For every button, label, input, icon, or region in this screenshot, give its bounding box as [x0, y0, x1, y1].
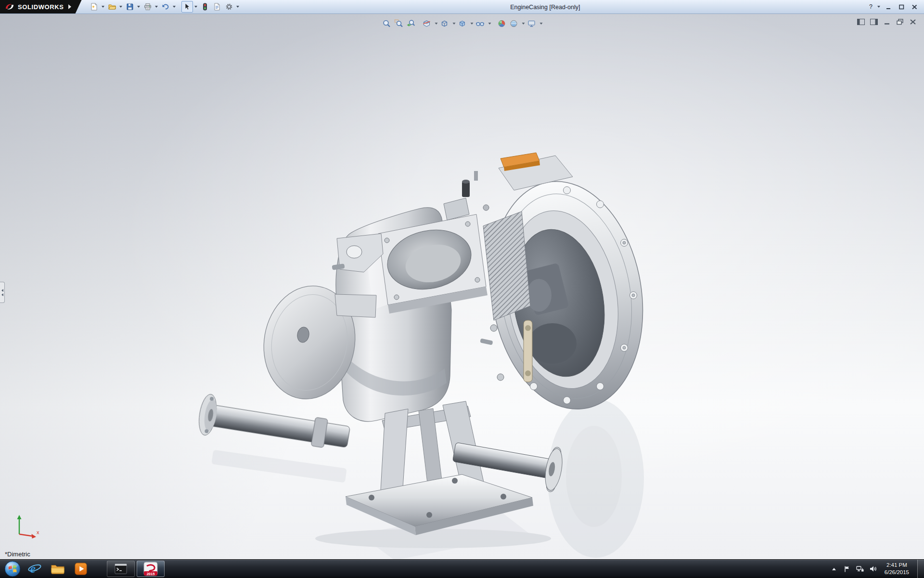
- undo-icon: [162, 3, 169, 11]
- print-icon: [144, 3, 152, 11]
- chevron-left-icon: [1, 293, 3, 296]
- minimize-button[interactable]: [883, 2, 894, 12]
- close-button[interactable]: [909, 2, 920, 12]
- document-restore-button[interactable]: [896, 18, 904, 26]
- previous-view-icon: [407, 19, 415, 28]
- section-view-button[interactable]: [421, 18, 433, 29]
- internet-explorer-icon: e: [27, 561, 42, 577]
- taskbar-clock[interactable]: 2:41 PM 6/26/2015: [882, 562, 912, 576]
- apply-scene-icon: [510, 19, 518, 28]
- zoom-to-area-button[interactable]: [393, 18, 405, 29]
- orientation-triad: x: [12, 514, 41, 542]
- chevron-left-icon: [1, 289, 3, 292]
- options-gear-icon: [225, 3, 233, 11]
- undo-dropdown[interactable]: [172, 1, 177, 13]
- open-dropdown[interactable]: [118, 1, 124, 13]
- solidworks-app-icon: 2015: [143, 562, 158, 576]
- section-view-dropdown[interactable]: [433, 18, 438, 29]
- chevron-down-icon: [470, 23, 473, 25]
- open-button[interactable]: [106, 1, 118, 13]
- print-button[interactable]: [142, 1, 154, 13]
- apply-scene-dropdown[interactable]: [520, 18, 526, 29]
- titlebar-controls: ?: [867, 0, 924, 13]
- engine-casing-model[interactable]: [192, 151, 645, 559]
- chevron-down-icon: [102, 6, 104, 8]
- network-button[interactable]: [856, 563, 864, 575]
- document-minimize-button[interactable]: [883, 18, 891, 26]
- document-minimize-icon: [883, 19, 891, 25]
- clock-time: 2:41 PM: [886, 562, 907, 569]
- view-orientation-dropdown[interactable]: [451, 18, 456, 29]
- new-document-button[interactable]: [89, 1, 100, 13]
- rebuild-button[interactable]: [199, 1, 211, 13]
- pane-toggle-left-button[interactable]: [857, 18, 865, 26]
- maximize-button[interactable]: [896, 2, 907, 12]
- help-button[interactable]: ?: [867, 3, 874, 10]
- graphics-viewport[interactable]: x *Dimetric: [0, 14, 924, 559]
- new-document-dropdown[interactable]: [101, 1, 106, 13]
- apply-scene-button[interactable]: [508, 18, 520, 29]
- solidworks-logo: SOLIDWORKS: [0, 0, 82, 13]
- action-center-button[interactable]: [843, 563, 851, 575]
- taskbar: e: [0, 559, 924, 578]
- solidworks-version-badge: 2015: [147, 572, 155, 576]
- show-hidden-icons-button[interactable]: [830, 563, 838, 575]
- heads-up-view-toolbar: [381, 18, 543, 29]
- document-close-button[interactable]: [909, 18, 917, 26]
- app-name: SOLIDWORKS: [18, 3, 64, 11]
- taskbar-file-explorer[interactable]: [47, 560, 69, 578]
- left-axle-shaft[interactable]: [196, 393, 352, 458]
- view-orientation-button[interactable]: [439, 18, 450, 29]
- file-properties-button[interactable]: [211, 1, 223, 13]
- show-hidden-icons-arrow: [832, 568, 836, 570]
- close-icon: [911, 4, 917, 10]
- chevron-down-icon: [435, 23, 437, 25]
- previous-view-button[interactable]: [405, 18, 417, 29]
- section-hatch-face[interactable]: [483, 211, 530, 320]
- document-close-icon: [909, 19, 917, 25]
- display-style-dropdown[interactable]: [469, 18, 474, 29]
- undo-button[interactable]: [160, 1, 171, 13]
- volume-button[interactable]: [869, 563, 877, 575]
- chevron-down-icon: [137, 6, 140, 8]
- options-button[interactable]: [223, 1, 235, 13]
- chevron-down-icon: [488, 23, 491, 25]
- select-button[interactable]: [181, 1, 193, 13]
- feature-manager-flyout-tab[interactable]: [0, 282, 5, 303]
- taskbar-solidworks[interactable]: 2015: [137, 561, 165, 577]
- taskbar-media-player[interactable]: [70, 560, 92, 578]
- menu-expand-arrow[interactable]: [68, 4, 71, 9]
- zoom-to-area-icon: [395, 19, 403, 28]
- select-dropdown[interactable]: [193, 1, 199, 13]
- clock-date: 6/26/2015: [885, 569, 909, 576]
- view-settings-button[interactable]: [526, 18, 538, 29]
- hide-show-items-button[interactable]: [475, 18, 486, 29]
- hide-show-items-dropdown[interactable]: [487, 18, 492, 29]
- taskbar-internet-explorer[interactable]: e: [24, 560, 46, 578]
- help-dropdown[interactable]: [876, 1, 881, 13]
- pane-toggle-left-icon: [857, 19, 865, 25]
- options-dropdown[interactable]: [235, 1, 241, 13]
- chevron-down-icon: [539, 23, 542, 25]
- edit-appearance-icon: [498, 19, 506, 28]
- solidworks-window: SOLIDWORKS: [0, 0, 924, 578]
- taskbar-command-prompt[interactable]: [107, 561, 135, 577]
- chevron-down-icon: [236, 6, 239, 8]
- pane-toggle-right-button[interactable]: [870, 18, 878, 26]
- start-button[interactable]: [2, 560, 23, 578]
- triad-x-label: x: [37, 529, 39, 535]
- zoom-to-fit-button[interactable]: [381, 18, 393, 29]
- view-settings-dropdown[interactable]: [538, 18, 543, 29]
- show-desktop-button[interactable]: [917, 560, 924, 578]
- chevron-down-icon: [522, 23, 525, 25]
- document-restore-icon: [896, 19, 904, 25]
- print-dropdown[interactable]: [154, 1, 159, 13]
- rebuild-traffic-light-icon: [201, 3, 209, 11]
- save-dropdown[interactable]: [136, 1, 141, 13]
- new-document-icon: [90, 3, 98, 11]
- edit-appearance-button[interactable]: [496, 18, 508, 29]
- save-button[interactable]: [124, 1, 136, 13]
- chevron-down-icon: [194, 6, 197, 8]
- document-title: EngineCasing [Read-only]: [510, 0, 580, 14]
- display-style-button[interactable]: [457, 18, 468, 29]
